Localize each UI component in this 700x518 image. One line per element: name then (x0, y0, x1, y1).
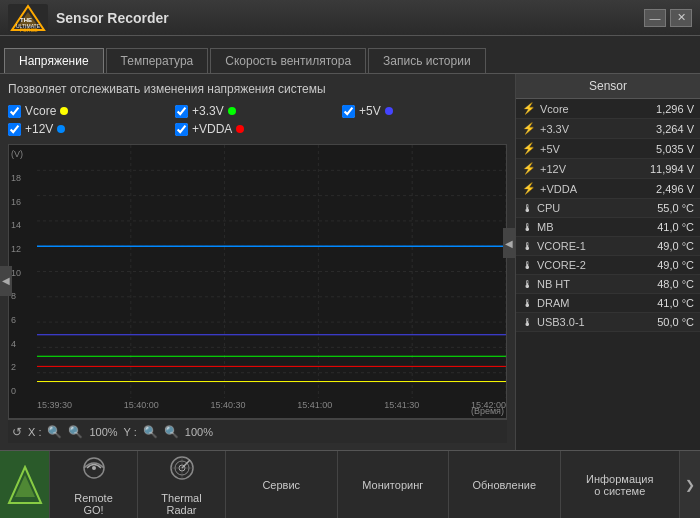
sensor-name: DRAM (537, 297, 657, 309)
checkbox-v5-input[interactable] (342, 105, 355, 118)
thermal-radar-icon (168, 454, 196, 488)
chart-toolbar: ↺ X : 🔍 🔍 100% Y : 🔍 🔍 100% (8, 419, 507, 443)
tab-temperature[interactable]: Температура (106, 48, 209, 73)
sensor-item[interactable]: ⚡ +5V 5,035 V (516, 139, 700, 159)
sensor-value: 2,496 V (656, 183, 694, 195)
remote-go-icon (80, 454, 108, 488)
close-button[interactable]: ✕ (670, 9, 692, 27)
v12-color-dot (57, 125, 65, 133)
sensor-item[interactable]: ⚡ +12V 11,994 V (516, 159, 700, 179)
sensor-item[interactable]: 🌡 DRAM 41,0 °C (516, 294, 700, 313)
right-panel: Sensor ⚡ Vcore 1,296 V ⚡ +3.3V 3,264 V ⚡… (515, 74, 700, 450)
y-label: Y : (124, 426, 137, 438)
tab-voltage[interactable]: Напряжение (4, 48, 104, 73)
checkbox-grid: Vcore +3.3V +5V +12V +VDDA (8, 104, 507, 136)
sensor-value: 5,035 V (656, 143, 694, 155)
sensor-name: +5V (540, 143, 656, 155)
thermal-radar-label: ThermalRadar (161, 492, 201, 516)
main-content: Позволяет отслеживать изменения напряжен… (0, 74, 700, 450)
sensor-value: 50,0 °C (657, 316, 694, 328)
time-label-3: 15:41:00 (297, 400, 332, 410)
sensor-item[interactable]: 🌡 USB3.0-1 50,0 °C (516, 313, 700, 332)
app-logo: THE ULTIMATE FORCE (8, 4, 48, 32)
sensor-item[interactable]: 🌡 CPU 55,0 °C (516, 199, 700, 218)
expand-icon: ❯ (685, 478, 695, 492)
checkbox-vcore-input[interactable] (8, 105, 21, 118)
sensor-icon: ⚡ (522, 122, 536, 135)
v33-color-dot (228, 107, 236, 115)
left-scroll-arrow[interactable]: ◀ (0, 266, 12, 296)
app-icon (0, 451, 50, 518)
time-label-2: 15:40:30 (211, 400, 246, 410)
x-label: X : (28, 426, 41, 438)
tabs-row: Напряжение Температура Скорость вентилят… (0, 36, 700, 74)
info-label: Информацияо системе (586, 473, 653, 497)
sensor-icon: 🌡 (522, 278, 533, 290)
chart-yaxis: 0 2 4 6 8 10 12 14 16 18 (9, 145, 37, 398)
left-panel: Позволяет отслеживать изменения напряжен… (0, 74, 515, 450)
vcore-color-dot (60, 107, 68, 115)
tab-history[interactable]: Запись истории (368, 48, 486, 73)
sensor-item[interactable]: 🌡 VCORE-2 49,0 °C (516, 256, 700, 275)
sensor-value: 55,0 °C (657, 202, 694, 214)
sensor-item[interactable]: 🌡 MB 41,0 °C (516, 218, 700, 237)
sensor-icon: ⚡ (522, 142, 536, 155)
sensor-name: MB (537, 221, 657, 233)
monitoring-label: Мониторинг (362, 479, 423, 491)
sensor-icon: 🌡 (522, 202, 533, 214)
title-bar: THE ULTIMATE FORCE Sensor Recorder — ✕ (0, 0, 700, 36)
sensor-value: 1,296 V (656, 103, 694, 115)
checkbox-v33-input[interactable] (175, 105, 188, 118)
sensor-name: CPU (537, 202, 657, 214)
chart-area: (V) 0 2 4 6 8 10 12 14 16 18 (8, 144, 507, 419)
sensor-icon: ⚡ (522, 162, 536, 175)
x-percent: 100% (89, 426, 117, 438)
sensor-icon: 🌡 (522, 221, 533, 233)
vcore-label: Vcore (25, 104, 56, 118)
sensor-item[interactable]: ⚡ +3.3V 3,264 V (516, 119, 700, 139)
sensor-value: 49,0 °C (657, 240, 694, 252)
sensor-value: 11,994 V (650, 163, 694, 175)
reset-button[interactable]: ↺ (12, 425, 22, 439)
vdda-label: +VDDA (192, 122, 232, 136)
v12-label: +12V (25, 122, 53, 136)
right-panel-scroll-arrow[interactable]: ◀ (503, 228, 515, 258)
sensor-item[interactable]: 🌡 NB HT 48,0 °C (516, 275, 700, 294)
sensor-name: +3.3V (540, 123, 656, 135)
x-zoom-out-button[interactable]: 🔍 (68, 425, 83, 439)
sensor-item[interactable]: ⚡ +VDDA 2,496 V (516, 179, 700, 199)
sensor-name: USB3.0-1 (537, 316, 657, 328)
checkbox-v5[interactable]: +5V (342, 104, 507, 118)
minimize-button[interactable]: — (644, 9, 666, 27)
x-zoom-in-button[interactable]: 🔍 (47, 425, 62, 439)
v5-label: +5V (359, 104, 381, 118)
chart-xaxis: 15:39:30 15:40:00 15:40:30 15:41:00 15:4… (37, 398, 506, 418)
update-button[interactable]: Обновление (449, 451, 561, 518)
remote-go-button[interactable]: RemoteGO! (50, 451, 138, 518)
sensor-name: NB HT (537, 278, 657, 290)
monitoring-button[interactable]: Мониторинг (338, 451, 450, 518)
y-zoom-out-button[interactable]: 🔍 (164, 425, 179, 439)
sensor-item[interactable]: ⚡ Vcore 1,296 V (516, 99, 700, 119)
sensor-icon: ⚡ (522, 102, 536, 115)
sensor-name: +VDDA (540, 183, 656, 195)
service-label: Сервис (262, 479, 300, 491)
thermal-radar-button[interactable]: ThermalRadar (138, 451, 226, 518)
sensor-value: 41,0 °C (657, 221, 694, 233)
service-button[interactable]: Сервис (226, 451, 338, 518)
info-button[interactable]: Информацияо системе (561, 451, 681, 518)
window-controls: — ✕ (644, 9, 692, 27)
checkbox-v33[interactable]: +3.3V (175, 104, 340, 118)
checkbox-v12-input[interactable] (8, 123, 21, 136)
expand-button[interactable]: ❯ (680, 451, 700, 518)
sensor-item[interactable]: 🌡 VCORE-1 49,0 °C (516, 237, 700, 256)
checkbox-vdda[interactable]: +VDDA (175, 122, 340, 136)
checkbox-vdda-input[interactable] (175, 123, 188, 136)
checkbox-vcore[interactable]: Vcore (8, 104, 173, 118)
checkbox-v12[interactable]: +12V (8, 122, 173, 136)
y-zoom-in-button[interactable]: 🔍 (143, 425, 158, 439)
time-label-0: 15:39:30 (37, 400, 72, 410)
tab-fan[interactable]: Скорость вентилятора (210, 48, 366, 73)
sensor-icon: 🌡 (522, 259, 533, 271)
v5-color-dot (385, 107, 393, 115)
